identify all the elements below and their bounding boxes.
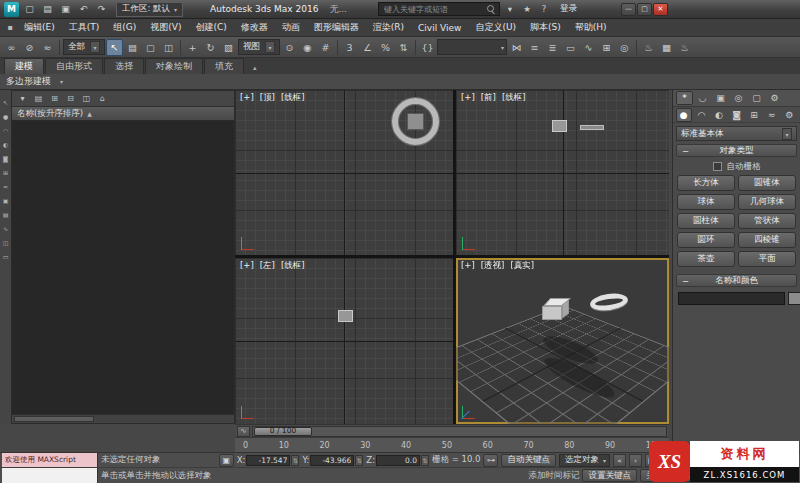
viewport-view-menu[interactable]: [透视] (481, 260, 505, 272)
set-key-button[interactable]: 设置关键点 (582, 469, 637, 482)
tab-modeling[interactable]: 建模 (4, 58, 44, 74)
cameras-icon[interactable]: ◙ (729, 108, 745, 122)
explorer-scrollbar[interactable] (12, 414, 234, 423)
collapse-all-icon[interactable]: ⊟ (64, 92, 77, 105)
box-object[interactable] (338, 310, 353, 322)
selection-filter-dropdown[interactable]: 全部 ▾ (63, 39, 105, 55)
cone-button[interactable]: 圆锥体 (738, 175, 796, 191)
select-by-name-icon[interactable]: ▤ (124, 39, 141, 56)
new-scene-icon[interactable]: ▢ (22, 2, 37, 17)
z-input[interactable] (376, 455, 420, 466)
tab-freeform[interactable]: 自由形式 (45, 58, 103, 74)
show-warps-icon[interactable]: ≈ (1, 182, 10, 191)
box-object[interactable] (552, 120, 567, 132)
help-icon[interactable]: ? (537, 2, 551, 16)
explorer-object-list[interactable] (12, 121, 234, 414)
torus-object[interactable] (589, 291, 629, 312)
workspace-dropdown[interactable]: 工作区: 默认 ▾ (116, 2, 183, 17)
spinner-icon[interactable]: ⇅ (421, 455, 429, 466)
schematic-view-icon[interactable]: ⊞ (598, 39, 615, 56)
set-key-icon[interactable]: ⊶ (483, 454, 498, 467)
torus-object[interactable] (580, 125, 604, 130)
app-logo-icon[interactable]: M (4, 2, 19, 17)
add-time-tag[interactable]: 添加时间标记 (528, 470, 579, 482)
unlink-selection-icon[interactable]: ⊘ (21, 39, 38, 56)
viewport-shading-menu[interactable]: [线框] (281, 260, 305, 272)
select-and-link-icon[interactable]: ∞ (3, 39, 20, 56)
viewport-front[interactable]: [+] [前] [线框] (456, 90, 669, 255)
tab-object-paint[interactable]: 对象绘制 (145, 58, 203, 74)
menu-animation[interactable]: 动画 (275, 19, 307, 36)
show-groups-icon[interactable]: ▣ (1, 196, 10, 205)
menu-views[interactable]: 视图(V) (143, 19, 188, 36)
maxscript-mini-listener[interactable]: 欢迎使用 MAXScript (2, 453, 98, 467)
polygon-modeling-panel[interactable]: 多边形建模 (6, 75, 51, 88)
viewport-perspective[interactable]: [+] [透视] [真实] (456, 258, 669, 424)
pin-explorer-icon[interactable]: ⌂ (96, 92, 109, 105)
menu-customize[interactable]: 自定义(U) (468, 19, 523, 36)
communication-center-icon[interactable]: ▾ (503, 2, 517, 16)
object-color-swatch[interactable] (788, 292, 800, 305)
undo-icon[interactable]: ↶ (76, 2, 91, 17)
show-shapes-icon[interactable]: ◠ (1, 126, 10, 135)
layer-manager-icon[interactable]: ≣ (544, 39, 561, 56)
name-color-rollout[interactable]: − 名称和颜色 (676, 274, 797, 287)
key-selection-dropdown[interactable]: 选定对象 ▾ (559, 454, 610, 467)
show-helpers-icon[interactable]: ⊞ (1, 168, 10, 177)
geometry-icon[interactable]: ● (676, 108, 692, 122)
auto-key-button[interactable]: 自动关键点 (501, 454, 556, 467)
curve-editor-icon[interactable]: ∿ (580, 39, 597, 56)
tab-populate[interactable]: 填充 (204, 58, 244, 74)
select-object-icon[interactable]: ↖ (106, 39, 123, 56)
snaps-toggle-icon[interactable]: 3 (341, 39, 358, 56)
object-type-rollout[interactable]: − 对象类型 (676, 144, 797, 157)
align-icon[interactable]: ≡ (526, 39, 543, 56)
menu-tools[interactable]: 工具(T) (62, 19, 107, 36)
render-production-icon[interactable]: ♨ (676, 39, 693, 56)
show-lights-icon[interactable]: ◐ (1, 140, 10, 149)
menu-modifiers[interactable]: 修改器 (234, 19, 275, 36)
named-selection-sets-combo[interactable]: ▾ (437, 39, 507, 55)
window-crossing-icon[interactable]: ◫ (160, 39, 177, 56)
y-input[interactable] (310, 455, 354, 466)
pyramid-button[interactable]: 四棱锥 (738, 232, 796, 248)
close-button[interactable]: ✕ (653, 3, 668, 16)
maxscript-mini-listener-input[interactable] (2, 468, 98, 483)
mirror-icon[interactable]: ⋈ (508, 39, 525, 56)
viewport-shading-menu[interactable]: [真实] (510, 260, 534, 272)
edit-selection-sets-icon[interactable]: {} (419, 39, 436, 56)
x-input[interactable] (246, 455, 290, 466)
redo-icon[interactable]: ↷ (94, 2, 109, 17)
open-file-icon[interactable]: ▤ (40, 2, 55, 17)
menu-civil-view[interactable]: Civil View (411, 19, 468, 36)
reference-coordinate-dropdown[interactable]: 视图 ▾ (238, 39, 280, 55)
material-editor-icon[interactable]: ◎ (616, 39, 633, 56)
show-cameras-icon[interactable]: ◙ (1, 154, 10, 163)
geosphere-button[interactable]: 几何球体 (738, 194, 796, 210)
motion-tab-icon[interactable]: ◎ (730, 91, 747, 105)
systems-icon[interactable]: ⚙ (781, 108, 797, 122)
show-geometry-icon[interactable]: ● (1, 112, 10, 121)
menu-create[interactable]: 创建(C) (188, 19, 233, 36)
utilities-tab-icon[interactable]: ⚙ (766, 91, 783, 105)
minimize-button[interactable]: — (621, 3, 636, 16)
bind-to-space-warp-icon[interactable]: ≈ (39, 39, 56, 56)
torus-object[interactable] (392, 98, 439, 145)
show-xrefs-icon[interactable]: ▤ (1, 210, 10, 219)
viewport-menu-icon[interactable]: [+] (461, 260, 475, 272)
menu-group[interactable]: 组(G) (106, 19, 143, 36)
percent-snap-icon[interactable]: % (377, 39, 394, 56)
app-menu-icon[interactable]: ▪ (3, 21, 17, 35)
viewport-menu-icon[interactable]: [+] (240, 260, 254, 272)
track-bar[interactable]: 0 10 20 30 40 50 60 70 80 90 100 (235, 437, 669, 452)
save-file-icon[interactable]: ▣ (58, 2, 73, 17)
menu-edit[interactable]: 编辑(E) (17, 19, 62, 36)
viewport-shading-menu[interactable]: [线框] (281, 92, 305, 104)
tab-selection[interactable]: 选择 (104, 58, 144, 74)
select-and-rotate-icon[interactable]: ↻ (202, 39, 219, 56)
sign-in-link[interactable]: 登录 (560, 3, 577, 15)
search-input[interactable] (382, 4, 486, 15)
viewport-menu-icon[interactable]: [+] (240, 92, 254, 104)
explorer-column-header[interactable]: 名称(按升序排序) ▲ (12, 107, 234, 121)
geometry-category-dropdown[interactable]: 标准基本体 ▾ (676, 126, 797, 141)
